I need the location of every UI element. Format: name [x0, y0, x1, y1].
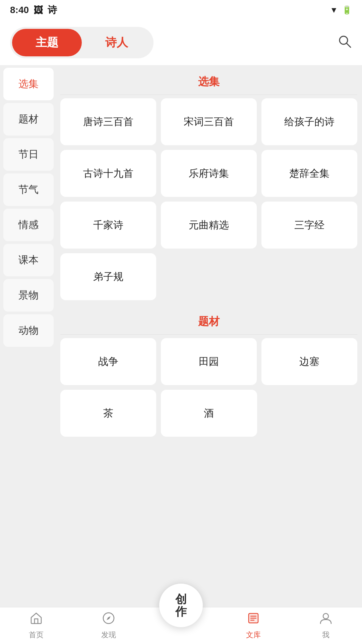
- sidebar-item-keben[interactable]: 课本: [3, 244, 54, 276]
- nav-label-library: 文库: [246, 630, 261, 640]
- card-songci[interactable]: 宋词三百首: [161, 98, 257, 145]
- grid-row-1: 唐诗三百首 宋词三百首 给孩子的诗: [60, 98, 357, 145]
- nav-label-profile: 我: [322, 630, 329, 640]
- grid-ticai-row-1: 战争 田园 边塞: [60, 338, 357, 385]
- fab-create-button[interactable]: 创作: [159, 584, 203, 627]
- card-gushi[interactable]: 古诗十九首: [60, 150, 156, 197]
- sidebar-item-jieqi[interactable]: 节气: [3, 173, 54, 206]
- divider-xuanji: [60, 95, 357, 95]
- sidebar-item-dongwu[interactable]: 动物: [3, 314, 54, 347]
- status-left: 8:40 🖼 诗: [10, 4, 57, 16]
- sidebar-item-qinggan[interactable]: 情感: [3, 209, 54, 241]
- nav-item-home[interactable]: 首页: [16, 611, 56, 640]
- nav-item-library[interactable]: 文库: [233, 611, 274, 640]
- library-icon: [247, 611, 260, 628]
- sidebar-item-ticai[interactable]: 题材: [3, 103, 54, 136]
- person-icon: [319, 611, 333, 628]
- grid-row-3: 千家诗 元曲精选 三字经: [60, 202, 357, 249]
- card-cha[interactable]: 茶: [60, 390, 156, 437]
- compass-icon: [102, 611, 115, 628]
- nav-item-discover[interactable]: 发现: [88, 611, 129, 640]
- section-title-ticai: 题材: [60, 305, 357, 334]
- status-right: ▼ 🔋: [330, 5, 352, 15]
- grid-ticai-row-2: 茶 酒: [60, 390, 357, 437]
- status-time: 8:40: [10, 5, 29, 15]
- wifi-icon: ▼: [330, 5, 338, 15]
- search-button[interactable]: [337, 34, 352, 52]
- card-jiu[interactable]: 酒: [161, 390, 257, 437]
- card-yuefu[interactable]: 乐府诗集: [161, 150, 257, 197]
- svg-marker-3: [107, 616, 111, 620]
- grid-row-2: 古诗十九首 乐府诗集 楚辞全集: [60, 150, 357, 197]
- card-dizigui[interactable]: 弟子规: [60, 253, 156, 300]
- sidebar-item-jieri[interactable]: 节日: [3, 138, 54, 171]
- nav-label-discover: 发现: [101, 630, 116, 640]
- card-tangshi[interactable]: 唐诗三百首: [60, 98, 156, 145]
- sidebar-item-jingwu[interactable]: 景物: [3, 279, 54, 312]
- tab-group: 主题 诗人: [10, 27, 154, 58]
- card-chuci[interactable]: 楚辞全集: [261, 150, 357, 197]
- card-sanzijing[interactable]: 三字经: [261, 202, 357, 249]
- svg-line-1: [347, 43, 351, 47]
- home-icon: [29, 611, 43, 628]
- card-tianyuan[interactable]: 田园: [161, 338, 257, 385]
- sidebar-item-xuanji[interactable]: 选集: [3, 68, 54, 100]
- nav-item-profile[interactable]: 我: [306, 611, 346, 640]
- card-zhanzheng[interactable]: 战争: [60, 338, 156, 385]
- divider-ticai: [60, 334, 357, 335]
- status-app-name: 诗: [48, 4, 57, 16]
- nav-label-home: 首页: [29, 630, 44, 640]
- search-icon: [337, 34, 352, 49]
- tab-poet[interactable]: 诗人: [82, 29, 152, 56]
- tab-topic[interactable]: 主题: [12, 29, 82, 56]
- section-title-xuanji: 选集: [60, 65, 357, 95]
- section-ticai: 题材 战争 田园 边塞 茶 酒: [60, 305, 357, 437]
- svg-point-9: [323, 613, 328, 619]
- card-haizi[interactable]: 给孩子的诗: [261, 98, 357, 145]
- card-biansai[interactable]: 边塞: [261, 338, 357, 385]
- status-bar: 8:40 🖼 诗 ▼ 🔋: [0, 0, 362, 20]
- section-xuanji: 选集 唐诗三百首 宋词三百首 给孩子的诗 古诗十九首 乐府诗集 楚辞全集 千家诗…: [60, 65, 357, 300]
- main-content: 选集 题材 节日 节气 情感 课本 景物 动物 选集 唐诗三百首 宋词三百首 给…: [0, 65, 362, 629]
- header: 主题 诗人: [0, 20, 362, 65]
- status-photo-icon: 🖼: [34, 5, 43, 16]
- sidebar: 选集 题材 节日 节气 情感 课本 景物 动物: [0, 65, 57, 629]
- grid-row-4: 弟子规: [60, 253, 357, 300]
- card-yuanqu[interactable]: 元曲精选: [161, 202, 257, 249]
- card-qianjia[interactable]: 千家诗: [60, 202, 156, 249]
- battery-icon: 🔋: [342, 5, 352, 15]
- right-content: 选集 唐诗三百首 宋词三百首 给孩子的诗 古诗十九首 乐府诗集 楚辞全集 千家诗…: [57, 65, 362, 629]
